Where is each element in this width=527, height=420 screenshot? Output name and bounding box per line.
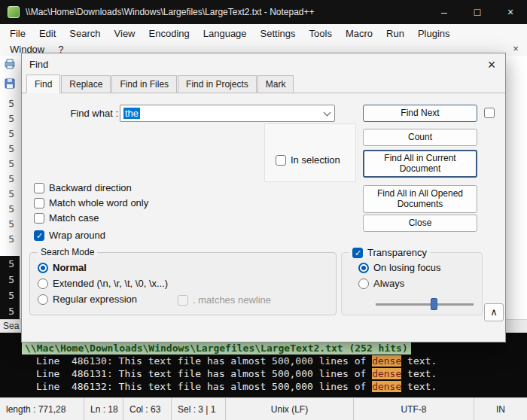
notepadpp-icon bbox=[8, 6, 20, 18]
status-segment-6: IN bbox=[474, 398, 527, 420]
match-case-checkbox[interactable]: Match case bbox=[34, 212, 99, 224]
tab-mark[interactable]: Mark bbox=[257, 75, 294, 93]
tab-find-in-projects[interactable]: Find in Projects bbox=[178, 75, 257, 93]
transparency-group: Transparency On losing focusAlways bbox=[341, 252, 483, 315]
menu-item-view[interactable]: View bbox=[108, 28, 142, 39]
line-number: 5 bbox=[0, 96, 20, 111]
menu-item-file[interactable]: File bbox=[3, 28, 32, 39]
line-number: 5 bbox=[0, 217, 20, 232]
search-mode-group: Search Mode NormalExtended (\n, \r, \t, … bbox=[29, 252, 337, 315]
menu-item-plugins[interactable]: Plugins bbox=[411, 28, 457, 39]
radio-icon bbox=[358, 263, 369, 273]
checkbox-icon bbox=[34, 213, 44, 224]
search-result-line[interactable]: Line 486131: This text file has almost 5… bbox=[36, 367, 527, 380]
find-dialog-tabs: FindReplaceFind in FilesFind in Projects… bbox=[22, 75, 505, 93]
window-controls: – □ × bbox=[428, 0, 527, 24]
dialog-close-icon[interactable]: × bbox=[483, 56, 501, 74]
radio-regular-expression[interactable]: Regular expression bbox=[38, 291, 168, 307]
checkbox-icon bbox=[484, 108, 495, 118]
radio-extended-n-r-t-0-x[interactable]: Extended (\n, \r, \t, \0, \x...) bbox=[38, 275, 168, 291]
line-number: 5 bbox=[0, 187, 20, 202]
radio-label: Normal bbox=[53, 262, 87, 273]
window-title: \\Mac\Home\Downloads\Windows\Largefiles\… bbox=[26, 7, 428, 17]
close-button[interactable]: × bbox=[494, 0, 527, 24]
menu-item-edit[interactable]: Edit bbox=[32, 28, 62, 39]
checkbox-icon bbox=[276, 155, 286, 166]
find-dialog-title: Find bbox=[29, 59, 48, 70]
find-next-aux-checkbox[interactable] bbox=[484, 108, 495, 118]
count-button[interactable]: Count bbox=[363, 129, 477, 146]
slider-thumb[interactable] bbox=[431, 298, 437, 310]
find-next-button[interactable]: Find Next bbox=[363, 105, 477, 122]
transparency-checkbox[interactable]: Transparency bbox=[349, 247, 430, 258]
find-what-combobox[interactable]: the bbox=[120, 105, 335, 122]
menu-item-macro[interactable]: Macro bbox=[339, 28, 379, 39]
find-what-label: Find what : bbox=[64, 108, 118, 119]
menu-item-search[interactable]: Search bbox=[62, 28, 107, 39]
result-line-prefix: Line 486131: This text file has almost 5… bbox=[36, 368, 372, 379]
checkbox-icon bbox=[352, 248, 363, 258]
in-selection-checkbox[interactable]: In selection bbox=[276, 154, 340, 166]
menu-item-encoding[interactable]: Encoding bbox=[142, 28, 196, 39]
radio-always[interactable]: Always bbox=[358, 275, 441, 291]
slider-track[interactable] bbox=[376, 303, 474, 306]
toolbar-print-icon[interactable] bbox=[4, 59, 16, 72]
radio-label: Always bbox=[373, 278, 404, 289]
minimize-button[interactable]: – bbox=[428, 0, 461, 24]
search-result-line[interactable]: Line 486130: This text file has almost 5… bbox=[36, 355, 527, 367]
toolbar-save-icon[interactable] bbox=[4, 78, 16, 91]
wrap-around-checkbox[interactable]: Wrap around bbox=[34, 230, 105, 241]
status-segment-4: Unix (LF) bbox=[226, 398, 354, 420]
result-line-suffix: text. bbox=[401, 381, 437, 392]
maximize-button[interactable]: □ bbox=[461, 0, 494, 24]
result-line-suffix: text. bbox=[401, 355, 437, 367]
transparency-slider[interactable] bbox=[376, 298, 474, 310]
in-selection-panel: In selection bbox=[264, 123, 356, 182]
find-all-opened-documents-button[interactable]: Find All in All Opened Documents bbox=[363, 185, 477, 213]
radio-label: Regular expression bbox=[53, 294, 137, 305]
menu-item-language[interactable]: Language bbox=[196, 28, 254, 39]
tab-find-in-files[interactable]: Find in Files bbox=[111, 75, 177, 93]
menu-item-tools[interactable]: Tools bbox=[303, 28, 339, 39]
menu-item-run[interactable]: Run bbox=[379, 28, 411, 39]
line-number: 5 bbox=[0, 142, 20, 157]
chevron-down-icon[interactable] bbox=[319, 105, 334, 121]
line-number: 5 bbox=[0, 157, 20, 172]
status-segment-0: length : 771,28 bbox=[0, 398, 84, 420]
search-hit: dense bbox=[372, 355, 401, 367]
docked-panel-close-icon[interactable]: × bbox=[509, 42, 522, 56]
checkbox-label: Backward direction bbox=[49, 182, 132, 193]
checkbox-label: . matches newline bbox=[193, 294, 271, 306]
radio-on-losing-focus[interactable]: On losing focus bbox=[358, 260, 441, 275]
backward-direction-checkbox[interactable]: Backward direction bbox=[34, 182, 132, 193]
tab-find[interactable]: Find bbox=[26, 75, 60, 93]
search-hit: dense bbox=[372, 381, 401, 392]
matches-newline-checkbox: . matches newline bbox=[178, 294, 271, 306]
transparency-options: On losing focusAlways bbox=[358, 260, 441, 291]
radio-label: On losing focus bbox=[373, 262, 441, 273]
checkbox-icon bbox=[34, 183, 44, 193]
checkbox-label: In selection bbox=[291, 154, 340, 166]
line-number: 5 bbox=[0, 232, 20, 247]
checkbox-icon bbox=[178, 295, 188, 306]
close-dialog-button[interactable]: Close bbox=[363, 215, 477, 232]
find-all-current-document-button[interactable]: Find All in Current Document bbox=[363, 150, 477, 178]
checkbox-label: Match whole word only bbox=[49, 197, 148, 208]
notepadpp-window: \\Mac\Home\Downloads\Windows\Largefiles\… bbox=[0, 0, 527, 420]
line-number: 5 bbox=[0, 288, 20, 303]
tab-replace[interactable]: Replace bbox=[61, 75, 111, 93]
find-dialog: Find × FindReplaceFind in FilesFind in P… bbox=[21, 53, 506, 342]
search-hit: dense bbox=[372, 368, 401, 379]
search-results-file-header[interactable]: \\Mac\Home\Downloads\Windows\Largefiles\… bbox=[22, 342, 411, 355]
search-mode-options: NormalExtended (\n, \r, \t, \0, \x...)Re… bbox=[38, 260, 168, 307]
match-whole-word-checkbox[interactable]: Match whole word only bbox=[34, 197, 148, 208]
menu-item-settings[interactable]: Settings bbox=[254, 28, 303, 39]
search-result-line[interactable]: Line 486132: This text file has almost 5… bbox=[36, 380, 527, 393]
radio-icon bbox=[38, 278, 48, 289]
radio-normal[interactable]: Normal bbox=[38, 260, 168, 275]
status-segment-5: UTF-8 bbox=[354, 398, 474, 420]
result-line-prefix: Line 486130: This text file has almost 5… bbox=[36, 355, 372, 367]
collapse-dialog-button[interactable]: ∧ bbox=[484, 303, 504, 321]
line-number: 5 bbox=[0, 126, 20, 142]
search-mode-group-title: Search Mode bbox=[38, 247, 97, 257]
